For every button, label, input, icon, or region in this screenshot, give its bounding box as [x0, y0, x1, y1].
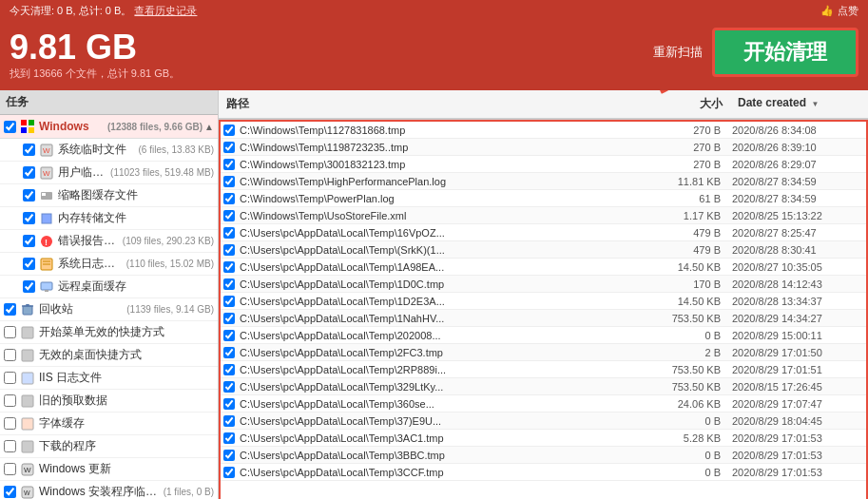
file-row[interactable]: C:\Users\pc\AppData\Local\Temp\202008...…	[221, 327, 866, 344]
file-row[interactable]: C:\Windows\Temp\PowerPlan.log 61 B 2020/…	[221, 190, 866, 207]
task-checkbox-thumb-cache[interactable]	[23, 189, 35, 202]
file-row[interactable]: C:\Users\pc\AppData\Local\Temp\1D0C.tmp …	[221, 276, 866, 293]
sort-icon[interactable]: ▼	[811, 100, 819, 108]
file-row-checkbox-container[interactable]	[221, 347, 238, 358]
file-row[interactable]: C:\Windows\Temp\3001832123.tmp 270 B 202…	[221, 156, 866, 173]
file-checkbox[interactable]	[223, 210, 235, 221]
expand-icon-windows[interactable]: ▲	[204, 122, 214, 132]
file-row[interactable]: C:\Users\pc\AppData\Local\Temp\329LtKy..…	[221, 378, 866, 395]
task-checkbox-font-cache[interactable]	[4, 417, 16, 430]
task-item-win-install-temp[interactable]: W Windows 安装程序临时文件 (1 files, 0 B)	[0, 481, 218, 499]
task-item-old-prefetch[interactable]: 旧的预取数据	[0, 390, 218, 413]
file-row[interactable]: C:\Windows\Temp\1198723235..tmp 270 B 20…	[221, 139, 866, 156]
task-checkbox-start-shortcut[interactable]	[4, 326, 16, 338]
file-row-checkbox-container[interactable]	[221, 330, 238, 341]
task-checkbox-error-report[interactable]	[23, 235, 35, 247]
task-item-win-update[interactable]: W Windows 更新	[0, 458, 218, 481]
file-row[interactable]: C:\Users\pc\AppData\Local\Temp\3AC1.tmp …	[221, 430, 866, 447]
task-item-font-cache[interactable]: 字体缓存	[0, 413, 218, 435]
file-checkbox[interactable]	[223, 278, 235, 290]
task-checkbox-windows[interactable]	[4, 121, 16, 133]
file-checkbox[interactable]	[223, 244, 235, 256]
history-link[interactable]: 查看历史记录	[134, 5, 197, 16]
task-checkbox-sys-temp[interactable]	[23, 144, 35, 156]
file-row-checkbox-container[interactable]	[221, 142, 238, 153]
task-checkbox-desktop-shortcut[interactable]	[4, 349, 16, 361]
task-checkbox-user-temp[interactable]	[23, 166, 35, 179]
file-checkbox[interactable]	[223, 450, 235, 461]
file-row-checkbox-container[interactable]	[221, 261, 238, 273]
file-checkbox[interactable]	[223, 296, 235, 307]
file-row[interactable]: C:\Users\pc\AppData\Local\Temp\37)E9U...…	[221, 413, 866, 430]
file-row-checkbox-container[interactable]	[221, 193, 238, 204]
file-row[interactable]: C:\Windows\Temp\HighPerformancePlan.log …	[221, 173, 866, 190]
file-checkbox[interactable]	[223, 364, 235, 375]
rescan-link[interactable]: 重新扫描	[653, 44, 703, 61]
file-checkbox[interactable]	[223, 193, 235, 204]
task-item-user-temp[interactable]: W 用户临时文件 (11023 files, 519.48 MB)	[0, 162, 218, 184]
start-clean-button[interactable]: 开始清理	[712, 28, 858, 77]
file-row-checkbox-container[interactable]	[221, 398, 238, 410]
task-checkbox-recycle-bin[interactable]	[4, 303, 16, 316]
file-row-checkbox-container[interactable]	[221, 415, 238, 427]
file-row-checkbox-container[interactable]	[221, 450, 238, 461]
task-item-mem-dump[interactable]: 内存转储文件	[0, 207, 218, 230]
file-checkbox[interactable]	[223, 125, 235, 136]
file-checkbox[interactable]	[223, 432, 235, 444]
task-item-desktop-shortcut[interactable]: 无效的桌面快捷方式	[0, 344, 218, 367]
file-row-checkbox-container[interactable]	[221, 244, 238, 256]
task-checkbox-win-update[interactable]	[4, 463, 16, 475]
file-row[interactable]: C:\Users\pc\AppData\Local\Temp\1A98EA...…	[221, 259, 866, 276]
task-checkbox-win-install-temp[interactable]	[4, 486, 16, 498]
file-checkbox[interactable]	[223, 227, 235, 239]
file-row[interactable]: C:\Users\pc\AppData\Local\Temp\1D2E3A...…	[221, 293, 866, 310]
file-checkbox[interactable]	[223, 398, 235, 410]
file-row[interactable]: C:\Users\pc\AppData\Local\Temp\2FC3.tmp …	[221, 344, 866, 361]
file-checkbox[interactable]	[223, 142, 235, 153]
file-row-checkbox-container[interactable]	[221, 381, 238, 393]
file-row-checkbox-container[interactable]	[221, 125, 238, 136]
file-row[interactable]: C:\Users\pc\AppData\Local\Temp\360se... …	[221, 395, 866, 413]
file-checkbox[interactable]	[223, 176, 235, 187]
file-checkbox[interactable]	[223, 347, 235, 358]
file-row[interactable]: C:\Users\pc\AppData\Local\Temp\3CCF.tmp …	[221, 464, 866, 481]
task-item-sys-log[interactable]: 系统日志文件 (110 files, 15.02 MB)	[0, 253, 218, 276]
file-row[interactable]: C:\Users\pc\AppData\Local\Temp\1NahHV...…	[221, 310, 866, 327]
task-item-thumb-cache[interactable]: 缩略图缓存文件	[0, 184, 218, 207]
task-checkbox-old-prefetch[interactable]	[4, 394, 16, 407]
file-row-checkbox-container[interactable]	[221, 467, 238, 478]
file-checkbox[interactable]	[223, 159, 235, 170]
file-checkbox[interactable]	[223, 381, 235, 393]
file-row[interactable]: C:\Users\pc\AppData\Local\Temp\2RP889i..…	[221, 361, 866, 378]
file-row-checkbox-container[interactable]	[221, 296, 238, 307]
file-checkbox[interactable]	[223, 261, 235, 273]
task-item-remote-desktop[interactable]: 远程桌面缓存	[0, 276, 218, 298]
task-checkbox-mem-dump[interactable]	[23, 212, 35, 224]
file-row[interactable]: C:\Users\pc\AppData\Local\Temp\3BBC.tmp …	[221, 447, 866, 464]
file-row-checkbox-container[interactable]	[221, 210, 238, 221]
file-checkbox[interactable]	[223, 313, 235, 324]
file-row[interactable]: C:\Users\pc\AppData\Local\Temp\(SrkK)(1.…	[221, 241, 866, 259]
task-checkbox-remote-desktop[interactable]	[23, 280, 35, 293]
task-item-sys-temp[interactable]: W 系统临时文件 (6 files, 13.83 KB)	[0, 139, 218, 162]
file-row-checkbox-container[interactable]	[221, 176, 238, 187]
task-checkbox-download[interactable]	[4, 440, 16, 452]
task-item-start-shortcut[interactable]: 开始菜单无效的快捷方式	[0, 321, 218, 344]
file-list[interactable]: C:\Windows\Temp\1127831868.tmp 270 B 202…	[219, 120, 868, 499]
file-row-checkbox-container[interactable]	[221, 159, 238, 170]
task-item-windows[interactable]: Windows (12388 files, 9.66 GB) ▲	[0, 115, 218, 139]
task-item-error-report[interactable]: ! 错误报告文件 (109 files, 290.23 KB)	[0, 230, 218, 253]
task-item-download[interactable]: 下载的程序	[0, 435, 218, 458]
file-row[interactable]: C:\Users\pc\AppData\Local\Temp\16VpOZ...…	[221, 224, 866, 241]
task-checkbox-sys-log[interactable]	[23, 258, 35, 270]
file-row-checkbox-container[interactable]	[221, 313, 238, 324]
file-row[interactable]: C:\Windows\Temp\1127831868.tmp 270 B 202…	[221, 122, 866, 139]
file-row-checkbox-container[interactable]	[221, 227, 238, 239]
task-item-iis-log[interactable]: IIS 日志文件	[0, 367, 218, 390]
file-row[interactable]: C:\Windows\Temp\UsoStoreFile.xml 1.17 KB…	[221, 207, 866, 224]
file-row-checkbox-container[interactable]	[221, 364, 238, 375]
file-row-checkbox-container[interactable]	[221, 278, 238, 290]
file-checkbox[interactable]	[223, 415, 235, 427]
file-row-checkbox-container[interactable]	[221, 432, 238, 444]
file-checkbox[interactable]	[223, 330, 235, 341]
